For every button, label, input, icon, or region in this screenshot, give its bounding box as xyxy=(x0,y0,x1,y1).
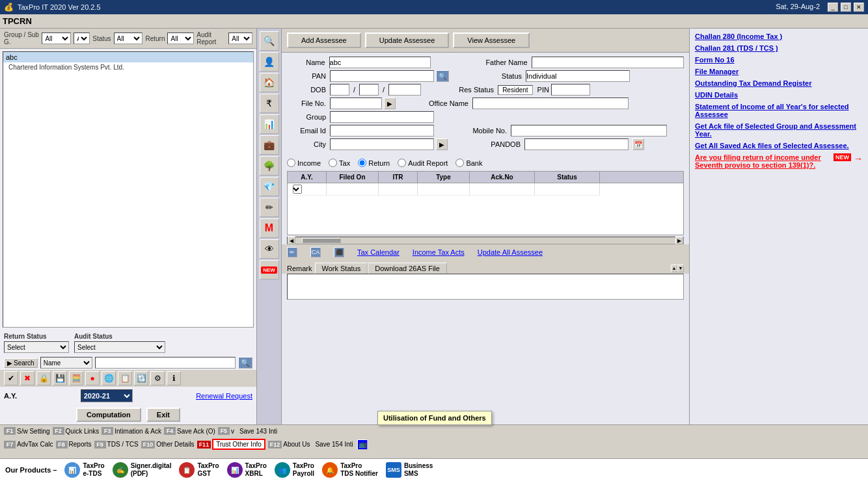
list-item-chartered[interactable]: Chartered Information Systems Pvt. Ltd. xyxy=(3,62,253,72)
link-icon-2[interactable]: CA xyxy=(310,247,321,257)
pan-search-btn[interactable]: 🔍 xyxy=(436,70,449,82)
seventh-proviso-link[interactable]: Are you filing return of income under Se… xyxy=(695,153,831,169)
f5-button[interactable]: F5 v xyxy=(218,427,234,435)
sidebar-tree-icon[interactable]: 🌳 xyxy=(260,156,279,176)
status-input[interactable] xyxy=(526,70,630,82)
sidebar-briefcase-icon[interactable]: 💼 xyxy=(260,135,279,155)
f4-button[interactable]: F4 Save Ack (O) xyxy=(164,427,215,435)
radio-bank-input[interactable] xyxy=(455,159,464,167)
product-payroll[interactable]: 👥 TaxProPayroll xyxy=(275,462,314,478)
ay-select[interactable]: 2020-21 xyxy=(81,389,133,402)
city-arrow-btn[interactable]: ▶ xyxy=(436,138,448,150)
search-by-select[interactable]: Name PAN xyxy=(40,357,92,369)
form16-link[interactable]: Form No 16 xyxy=(695,56,863,64)
product-tds-notifier[interactable]: 🔔 TaxProTDS Notifier xyxy=(322,462,378,478)
f8-button[interactable]: F8 Reports xyxy=(56,441,92,448)
name-input[interactable] xyxy=(329,57,431,68)
tb-check-btn[interactable]: ✔ xyxy=(4,371,18,385)
tax-calendar-link[interactable]: Tax Calendar xyxy=(357,248,400,256)
resident-btn[interactable]: Resident xyxy=(498,85,532,95)
dob-day-input[interactable] xyxy=(330,84,349,96)
sidebar-pencil-icon[interactable]: ✏ xyxy=(260,198,279,217)
product-gst[interactable]: 📋 TaxProGST xyxy=(179,462,219,478)
radio-bank[interactable]: Bank xyxy=(455,159,482,167)
group-input[interactable] xyxy=(330,111,434,123)
fileno-input[interactable] xyxy=(330,98,382,109)
scroll-right-btn[interactable]: ▶ xyxy=(675,237,683,244)
f2-button[interactable]: F2 Quick Links xyxy=(53,427,100,435)
status-filter-select[interactable]: All xyxy=(114,32,143,44)
computation-button[interactable]: Computation xyxy=(76,408,141,422)
pan-input[interactable] xyxy=(330,70,434,82)
sidebar-chart-icon[interactable]: 📊 xyxy=(260,114,279,134)
product-signer[interactable]: ✍ Signer.digital(PDF) xyxy=(113,462,172,478)
sidebar-new-icon[interactable]: NEW xyxy=(260,260,279,280)
radio-tax-input[interactable] xyxy=(329,159,337,167)
tb-info-btn[interactable]: ℹ xyxy=(167,371,181,385)
income-tax-acts-link[interactable]: Income Tax Acts xyxy=(413,248,465,256)
close-btn[interactable]: ✕ xyxy=(854,3,864,12)
sidebar-search-icon[interactable]: 🔍 xyxy=(260,31,279,51)
download-26as-tab[interactable]: Download 26AS File xyxy=(368,263,447,274)
city-input[interactable] xyxy=(330,138,434,150)
sidebar-rupee-icon[interactable]: ₹ xyxy=(260,94,279,113)
pin-input[interactable] xyxy=(551,84,590,96)
tb-clip-btn[interactable]: 📋 xyxy=(118,371,132,385)
sidebar-person-icon[interactable]: 👤 xyxy=(260,52,279,72)
scroll-thumb[interactable] xyxy=(302,238,341,243)
return-filter-select[interactable]: All xyxy=(167,32,194,44)
radio-return-input[interactable] xyxy=(358,159,366,167)
file-manager-link[interactable]: File Manager xyxy=(695,68,863,75)
challan280-link[interactable]: Challan 280 (Income Tax ) xyxy=(695,32,863,40)
f7-button[interactable]: F7 AdvTax Calc xyxy=(4,441,53,448)
maximize-btn[interactable]: □ xyxy=(841,3,851,12)
radio-return[interactable]: Return xyxy=(358,159,390,167)
scroll-bar-horizontal[interactable]: ◀ ▶ xyxy=(287,237,684,244)
list-item-abc[interactable]: abc xyxy=(3,52,253,62)
radio-income-input[interactable] xyxy=(287,159,295,167)
fileno-arrow-btn[interactable]: ▶ xyxy=(384,98,396,109)
ay-dropdown-1[interactable]: ▼ xyxy=(293,185,302,194)
group-filter-select[interactable]: All xyxy=(42,32,71,44)
tb-globe-btn[interactable]: 🌐 xyxy=(102,371,116,385)
mobile-input[interactable] xyxy=(511,125,667,136)
renewal-link[interactable]: Renewal Request xyxy=(196,392,252,400)
get-ack-link[interactable]: Get Ack file of Selected Group and Asses… xyxy=(695,122,863,138)
tb-lock-btn[interactable]: 🔒 xyxy=(36,371,51,385)
tb-gear-btn[interactable]: ⚙ xyxy=(150,371,165,385)
outstanding-tax-link[interactable]: Outstanding Tax Demand Register xyxy=(695,79,863,87)
audit-status-select[interactable]: Select xyxy=(74,341,165,353)
product-xbrl[interactable]: 📊 TaxProXBRL xyxy=(227,462,267,478)
f12-button[interactable]: F12 About Us xyxy=(268,441,310,448)
statement-income-link[interactable]: Statement of Income of all Year's for se… xyxy=(695,103,863,118)
f10-button[interactable]: F10 Other Details xyxy=(141,441,195,448)
scroll-left-btn[interactable]: ◀ xyxy=(288,237,295,244)
radio-audit[interactable]: Audit Report xyxy=(398,159,448,167)
product-sms[interactable]: SMS BusinessSMS xyxy=(386,462,433,478)
tb-save-btn[interactable]: 💾 xyxy=(53,371,67,385)
scroll-down-btn[interactable]: ▼ xyxy=(677,265,684,272)
f9-button[interactable]: F9 TDS / TCS xyxy=(94,441,139,448)
update-assessee-button[interactable]: Update Assessee xyxy=(365,32,450,48)
product-etds[interactable]: 📊 TaxProe-TDS xyxy=(64,462,104,478)
radio-tax[interactable]: Tax xyxy=(329,159,350,167)
update-all-link[interactable]: Update All Assessee xyxy=(478,248,543,256)
f1-button[interactable]: F1 S/w Setting xyxy=(4,427,50,435)
f3-button[interactable]: F3 Intimation & Ack xyxy=(102,427,161,435)
office-name-input[interactable] xyxy=(472,98,629,109)
exit-button[interactable]: Exit xyxy=(146,408,180,422)
tb-red-btn[interactable]: ● xyxy=(85,371,100,385)
work-status-tab[interactable]: Work Status xyxy=(315,263,368,274)
search-go-btn[interactable]: 🔍 xyxy=(238,357,252,369)
view-assessee-button[interactable]: View Assessee xyxy=(453,32,530,48)
search-input[interactable] xyxy=(95,357,236,369)
add-assessee-button[interactable]: Add Assessee xyxy=(287,32,361,48)
udin-link[interactable]: UDIN Details xyxy=(695,91,863,99)
radio-income[interactable]: Income xyxy=(287,159,321,167)
f11-button[interactable]: F11 Trust Other Info xyxy=(197,439,265,450)
sidebar-letter-icon[interactable]: M xyxy=(260,218,279,238)
dob-month-input[interactable] xyxy=(359,84,379,96)
radio-audit-input[interactable] xyxy=(398,159,406,167)
dob-year-input[interactable] xyxy=(388,84,421,96)
email-input[interactable] xyxy=(330,125,434,136)
